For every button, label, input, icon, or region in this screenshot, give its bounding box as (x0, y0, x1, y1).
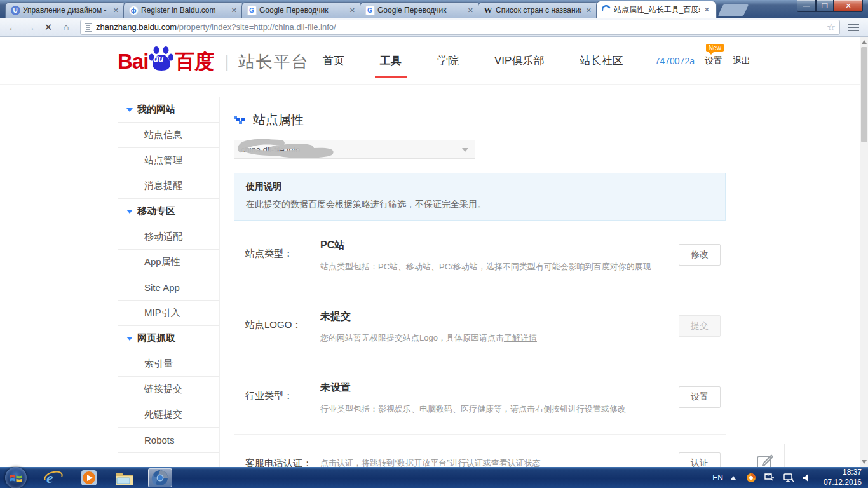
action-center-icon[interactable] (764, 473, 775, 483)
sidebar-item-index-volume[interactable]: 索引量 (118, 351, 219, 377)
clock[interactable]: 18:37 07.12.2016 (824, 468, 862, 487)
url-text[interactable]: zhanzhang.baidu.com/property/index?site=… (96, 22, 827, 32)
sidebar-section-crawl[interactable]: 网页抓取 (118, 326, 219, 351)
page-title-text: 站点属性 (253, 111, 304, 128)
taskbar: e (0, 467, 868, 488)
bookmark-star-icon[interactable]: ☆ (827, 21, 836, 33)
tray-expand-icon[interactable] (731, 473, 736, 480)
modify-button[interactable]: 修改 (679, 244, 721, 266)
sidebar-item-mip[interactable]: MIP引入 (118, 301, 219, 326)
nav-community[interactable]: 站长社区 (580, 37, 623, 85)
sidebar-item-message-alert[interactable]: 消息提醒 (118, 173, 219, 199)
address-bar[interactable]: zhanzhang.baidu.com/property/index?site=… (80, 20, 840, 35)
tab-close-icon[interactable]: ✕ (229, 6, 239, 15)
tab-close-icon[interactable]: ✕ (584, 6, 593, 15)
settings-label: 设置 (705, 55, 722, 65)
row-desc: 点击认证，将跳转到“数据开放平台”进行认证或查看认证状态 (320, 458, 679, 467)
nav-home[interactable]: 首页 (323, 37, 344, 85)
new-tab-button[interactable] (718, 4, 749, 16)
feedback-button[interactable] (747, 444, 785, 467)
windows-flag-icon (10, 471, 22, 484)
u-site-icon: U (10, 5, 20, 15)
user-id-link[interactable]: 7470072a (655, 56, 695, 66)
tab-title: Register in Baidu.com (141, 6, 227, 15)
chrome-browser-icon[interactable] (148, 468, 172, 487)
verify-button[interactable]: 认证 (679, 452, 721, 467)
browser-menu-icon[interactable] (848, 24, 859, 31)
volume-icon[interactable] (802, 473, 812, 483)
network-icon[interactable] (783, 473, 794, 483)
browser-tab-0[interactable]: U Управление дизайном - ✕ (5, 2, 126, 18)
site-select-value: china.dll-file.info (241, 145, 300, 154)
sidebar-item-link-submit[interactable]: 链接提交 (118, 377, 219, 402)
browser-tab-4[interactable]: W Список стран с названия ✕ (478, 2, 599, 18)
notice-title: 使用说明 (246, 181, 714, 193)
stop-icon[interactable]: ✕ (41, 20, 56, 35)
learn-more-link[interactable]: 了解详情 (504, 333, 537, 342)
row-industry-type: 行业类型： 未设置 行业类型包括：影视娱乐、电脑数码、医疗健康等，请点击右侧按钮… (234, 363, 726, 435)
media-player-icon[interactable] (77, 468, 101, 487)
section-label: 我的网站 (137, 104, 175, 116)
main-nav: 首页 工具 学院 VIP俱乐部 站长社区 (305, 37, 641, 85)
row-site-logo: 站点LOGO： 未提交 您的网站暂无权限提交站点Logo，具体原因请点击了解详情… (234, 292, 726, 363)
baidu-logo[interactable]: Bai du 百度 | 站长平台 (118, 46, 309, 78)
triangle-down-icon (126, 337, 133, 344)
set-button[interactable]: 设置 (679, 386, 721, 408)
sidebar-section-mobile[interactable]: 移动专区 (118, 199, 219, 224)
pixel-check-icon (234, 114, 247, 126)
logout-link[interactable]: 退出 (733, 55, 750, 67)
sidebar-item-robots[interactable]: Robots (118, 428, 219, 453)
google-translate-icon: G (247, 5, 257, 15)
baidu-zhanzhang-icon (601, 4, 611, 15)
edit-pencil-icon (756, 453, 775, 467)
site-property-panel: 站点属性 china.dll-file.info 使用说明 在此提交的数据百度会… (219, 97, 740, 467)
sidebar-item-site-info[interactable]: 站点信息 (118, 123, 219, 148)
sidebar-item-mobile-adapt[interactable]: 移动适配 (118, 224, 219, 250)
row-site-type: 站点类型： PC站 站点类型包括：PC站、移动站、PC/移动站，选择不同类型有可… (234, 221, 726, 292)
nav-academy[interactable]: 学院 (437, 37, 459, 85)
sidebar-item-dead-link[interactable]: 死链提交 (118, 402, 219, 428)
browser-tab-3[interactable]: G Google Переводчик ✕ (360, 2, 480, 18)
close-button[interactable]: ✕ (834, 0, 863, 12)
nav-tools[interactable]: 工具 (380, 37, 402, 85)
scrollbar-thumb[interactable] (861, 47, 867, 142)
row-content: PC站 站点类型包括：PC站、移动站、PC/移动站，选择不同类型有可能会影响到百… (320, 239, 679, 273)
browser-tab-active[interactable]: 站点属性_站长工具_百度站 ✕ (596, 1, 717, 18)
wikipedia-icon: W (483, 5, 493, 15)
maximize-button[interactable]: ❐ (816, 0, 834, 12)
platform-title: 站长平台 (238, 51, 309, 73)
browser-tab-1[interactable]: ф Register in Baidu.com ✕ (123, 2, 244, 18)
submit-button-disabled[interactable]: 提交 (679, 315, 721, 337)
tab-close-icon[interactable]: ✕ (466, 6, 475, 15)
sidebar-item-app-property[interactable]: App属性 (118, 250, 219, 275)
nav-vip-club[interactable]: VIP俱乐部 (494, 37, 544, 85)
tab-close-icon[interactable]: ✕ (702, 6, 712, 14)
antivirus-tray-icon[interactable] (746, 473, 756, 483)
scroll-down-icon[interactable] (862, 460, 867, 464)
start-button[interactable] (5, 467, 27, 488)
row-value: 未设置 (320, 381, 679, 395)
tab-title: Google Переводчик (259, 6, 345, 15)
home-icon[interactable]: ⌂ (58, 20, 74, 35)
browser-tab-2[interactable]: G Google Переводчик ✕ (241, 2, 362, 18)
language-indicator[interactable]: EN (707, 473, 728, 482)
tab-close-icon[interactable]: ✕ (111, 6, 121, 15)
triangle-down-icon (126, 108, 133, 115)
scroll-up-icon[interactable] (862, 40, 867, 44)
sidebar-item-site-manage[interactable]: 站点管理 (118, 148, 219, 173)
page-scrollbar[interactable] (860, 37, 868, 467)
row-content: 未设置 行业类型包括：影视娱乐、电脑数码、医疗健康等，请点击右侧按钮进行设置或修… (320, 381, 679, 415)
site-select-dropdown[interactable]: china.dll-file.info (234, 140, 475, 159)
row-value: PC站 (320, 239, 679, 252)
sidebar-item-site-app[interactable]: Site App (118, 275, 219, 301)
tab-close-icon[interactable]: ✕ (348, 6, 357, 15)
row-label: 站点LOGO： (245, 310, 320, 331)
settings-link[interactable]: 设置New (705, 55, 722, 67)
minimize-button[interactable]: — (797, 0, 816, 12)
back-icon[interactable]: ← (5, 20, 20, 35)
file-explorer-icon[interactable] (112, 468, 137, 487)
internet-explorer-icon[interactable]: e (41, 468, 65, 487)
tab-title: Список стран с названия (496, 6, 581, 15)
forward-icon[interactable]: → (23, 20, 38, 35)
sidebar-section-my-site[interactable]: 我的网站 (118, 97, 219, 123)
